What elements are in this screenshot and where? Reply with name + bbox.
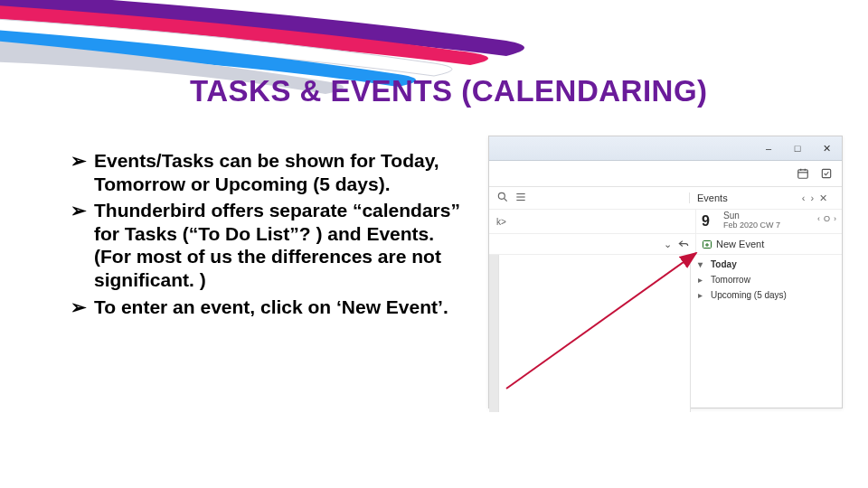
section-upcoming[interactable]: ▸ Upcoming (5 days) <box>696 287 836 303</box>
search-icon[interactable] <box>496 191 509 205</box>
events-tab[interactable]: Events <box>689 192 788 203</box>
expand-icon: ▸ <box>698 275 705 285</box>
events-tab-label: Events <box>697 192 728 203</box>
bullet-item: ➢ To enter an event, click on ‘New Event… <box>71 296 464 319</box>
section-today[interactable]: ▾ Today <box>696 257 836 272</box>
bullet-text: To enter an event, click on ‘New Event’. <box>94 296 448 317</box>
day-prev-button[interactable]: ‹ <box>817 214 820 223</box>
expand-icon: ▾ <box>698 259 705 269</box>
section-tomorrow[interactable]: ▸ Tomorrow <box>696 272 836 287</box>
bullet-marker: ➢ <box>71 199 87 222</box>
bullet-list: ➢ Events/Tasks can be shown for Today, T… <box>71 149 464 322</box>
day-name: Sun <box>723 211 740 221</box>
row-3: k> 9 Sun Feb 2020 CW 7 ‹ O › <box>489 210 842 234</box>
slide-title: TASKS & EVENTS (CALENDARING) <box>190 74 850 108</box>
bullet-item: ➢ Thunderbird offers separate “calendars… <box>71 199 464 291</box>
events-nav: ‹ › ✕ <box>788 192 842 204</box>
date-header: 9 Sun Feb 2020 CW 7 ‹ O › <box>695 210 842 233</box>
message-list-subheader: ⌄ <box>489 234 695 254</box>
menu-icon[interactable] <box>514 191 527 205</box>
section-label: Tomorrow <box>711 275 750 285</box>
section-label: Upcoming (5 days) <box>711 290 787 300</box>
bullet-text: Events/Tasks can be shown for Today, Tom… <box>94 150 439 194</box>
new-event-icon <box>702 239 712 249</box>
search-area <box>489 191 689 205</box>
day-today-button[interactable]: O <box>824 214 830 223</box>
next-button[interactable]: › <box>811 192 815 203</box>
new-event-row[interactable]: New Event <box>695 234 842 254</box>
bullet-marker: ➢ <box>71 149 87 173</box>
prev-button[interactable]: ‹ <box>802 192 806 203</box>
window-close-button[interactable]: ✕ <box>816 143 836 155</box>
bullet-marker: ➢ <box>71 296 87 319</box>
window-titlebar: – □ ✕ <box>489 136 842 161</box>
maximize-button[interactable]: □ <box>788 143 807 154</box>
calendar-icon[interactable] <box>795 165 811 182</box>
new-event-label: New Event <box>716 239 764 249</box>
top-toolbar <box>489 161 842 187</box>
day-next-button[interactable]: › <box>834 214 836 223</box>
chevron-down-icon[interactable]: ⌄ <box>664 239 672 250</box>
panel-body: ▾ Today ▸ Tomorrow ▸ Upcoming (5 days) <box>489 255 842 412</box>
close-pane-button[interactable]: ✕ <box>819 192 827 204</box>
toolbar-row-2: Events ‹ › ✕ <box>489 187 842 210</box>
message-area <box>489 255 691 412</box>
expand-icon: ▸ <box>698 290 705 300</box>
svg-line-6 <box>505 199 507 202</box>
inbox-snippet: k> <box>496 217 506 227</box>
section-label: Today <box>711 259 737 269</box>
row-4: ⌄ New Event <box>489 234 842 255</box>
message-list-header: k> <box>489 210 695 233</box>
message-area-inner <box>498 255 690 412</box>
svg-point-5 <box>498 192 505 199</box>
bullet-text: Thunderbird offers separate “calendars” … <box>94 200 460 290</box>
tasks-icon[interactable] <box>818 165 835 182</box>
bullet-item: ➢ Events/Tasks can be shown for Today, T… <box>71 149 464 195</box>
agenda-sections: ▾ Today ▸ Tomorrow ▸ Upcoming (5 days) <box>691 255 842 412</box>
thunderbird-panel: – □ ✕ Events ‹ › ✕ k> <box>488 136 843 408</box>
svg-rect-0 <box>798 170 808 178</box>
day-meta: Feb 2020 CW 7 <box>723 221 780 230</box>
svg-rect-4 <box>822 169 830 177</box>
minimize-button[interactable]: – <box>759 143 778 154</box>
reply-icon[interactable] <box>677 237 690 251</box>
